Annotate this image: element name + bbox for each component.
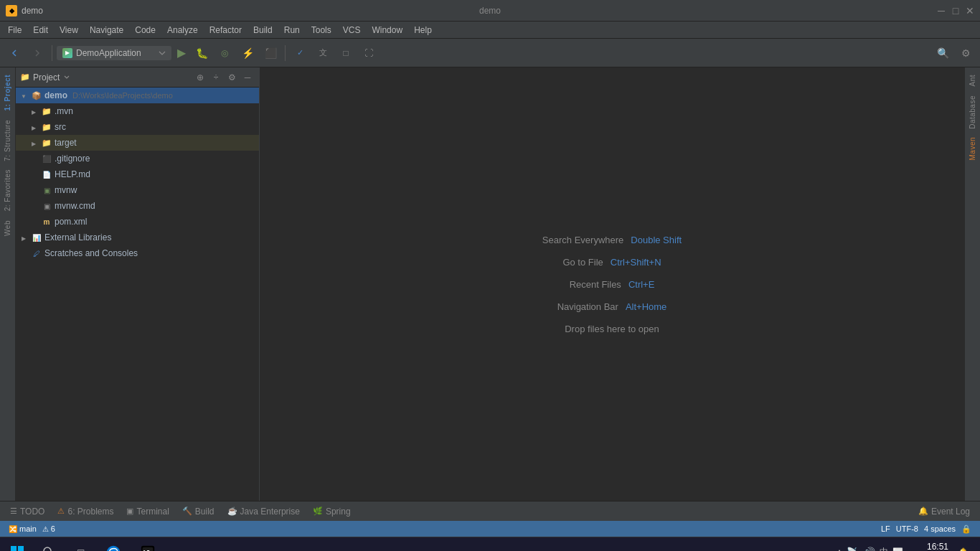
file-mvnwcmd-icon: ▣ <box>41 200 52 212</box>
minimize-button[interactable]: ─ <box>937 6 946 15</box>
hint-search-everywhere: Search Everywhere Double Shift <box>542 235 682 245</box>
bottom-tab-event-log[interactable]: 🔔 Event Log <box>913 504 976 519</box>
menu-code[interactable]: Code <box>130 24 161 37</box>
debug-button[interactable]: 🐛 <box>192 43 212 63</box>
taskbar-time-display: 16:51 <box>909 542 948 551</box>
tree-item-gitignore[interactable]: ⬛ .gitignore <box>16 151 259 166</box>
menu-tools[interactable]: Tools <box>306 24 336 37</box>
menu-edit[interactable]: Edit <box>28 24 53 37</box>
bottom-tab-problems[interactable]: ⚠ 6: Problems <box>52 504 119 519</box>
right-sidebar-tabs: Ant Database Maven <box>964 67 980 501</box>
bottom-tab-todo[interactable]: ☰ TODO <box>4 504 50 519</box>
notification-button[interactable]: 🔔 <box>954 539 971 552</box>
bottom-tab-terminal[interactable]: ▣ Terminal <box>121 504 174 519</box>
tray-network-icon[interactable]: 📡 <box>847 547 859 552</box>
bottom-tab-build[interactable]: 🔨 Build <box>176 504 220 519</box>
sidebar-tab-ant[interactable]: Ant <box>967 70 978 91</box>
menu-file[interactable]: File <box>3 24 27 37</box>
hint-shortcut-goto: Ctrl+Shift+N <box>611 257 661 268</box>
status-readonly[interactable]: 🔒 <box>958 524 974 534</box>
bottom-tab-spring[interactable]: 🌿 Spring <box>307 504 357 519</box>
gear-button[interactable]: ⚙ <box>225 70 239 85</box>
menu-analyze[interactable]: Analyze <box>162 24 203 37</box>
hint-shortcut-search: Double Shift <box>631 235 682 245</box>
search-everywhere-btn[interactable]: 🔍 <box>933 43 953 63</box>
sidebar-tab-database[interactable]: Database <box>967 91 978 133</box>
menu-navigate[interactable]: Navigate <box>85 24 128 37</box>
main-layout: 1: Project 7: Structure 2: Favorites Web… <box>0 67 980 501</box>
tree-item-target[interactable]: 📁 target <box>16 135 259 151</box>
tree-item-mvnw[interactable]: ▣ mvnw <box>16 182 259 198</box>
sidebar-tab-structure[interactable]: 7: Structure <box>2 116 13 166</box>
svg-text:IJ: IJ <box>143 548 150 551</box>
tray-expand-icon[interactable]: ∧ <box>837 547 842 551</box>
tree-label-src: src <box>55 122 66 132</box>
tree-item-mvnwcmd[interactable]: ▣ mvnw.cmd <box>16 198 259 214</box>
menu-vcs[interactable]: VCS <box>338 24 366 37</box>
taskbar-edge[interactable] <box>98 539 129 552</box>
run-config-dropdown[interactable]: ▶ DemoApplication <box>57 46 171 60</box>
taskbar-intellij[interactable]: IJ <box>132 539 164 552</box>
tab-label-todo: TODO <box>20 507 44 517</box>
file-pomxml-icon: m <box>41 216 52 227</box>
taskbar-clock[interactable]: 16:51 2021/11/27 <box>909 542 948 551</box>
coverage-button[interactable]: ◎ <box>215 43 235 63</box>
fullscreen-button[interactable]: ⛶ <box>359 43 379 63</box>
translate-button[interactable]: 文 <box>313 43 333 63</box>
tray-battery-icon[interactable]: ⬜ <box>892 547 903 552</box>
tree-item-src[interactable]: 📁 src <box>16 119 259 135</box>
panel-title: 📁 Project <box>20 72 190 83</box>
menu-view[interactable]: View <box>55 24 83 37</box>
hide-button[interactable]: ─ <box>240 70 255 85</box>
menu-window[interactable]: Window <box>367 24 407 37</box>
taskbar-search-button[interactable] <box>34 539 63 552</box>
tree-item-mvn[interactable]: 📁 .mvn <box>16 103 259 119</box>
tree-item-external-libraries[interactable]: 📊 External Libraries <box>16 230 259 245</box>
back-button[interactable] <box>4 43 24 63</box>
start-button[interactable] <box>3 539 32 552</box>
stop-button[interactable]: ⬛ <box>260 43 281 63</box>
menu-run[interactable]: Run <box>279 24 305 37</box>
sidebar-tab-favorites[interactable]: 2: Favorites <box>2 165 13 215</box>
tree-arrow-demo <box>19 92 29 100</box>
run-button[interactable]: ▶ <box>174 43 189 62</box>
tree-arrow-src <box>29 123 39 131</box>
menu-build[interactable]: Build <box>248 24 278 37</box>
menu-help[interactable]: Help <box>409 24 437 37</box>
folder-icon: 📁 <box>20 72 30 82</box>
left-sidebar-tabs: 1: Project 7: Structure 2: Favorites Web <box>0 67 16 501</box>
scope-button[interactable]: ⊕ <box>193 70 207 85</box>
toolbar-separator-1 <box>52 45 52 61</box>
panel-dropdown-icon[interactable] <box>64 75 70 79</box>
sidebar-tab-maven[interactable]: Maven <box>967 133 978 165</box>
status-indent[interactable]: 4 spaces <box>921 524 958 533</box>
close-button[interactable]: ✕ <box>966 6 974 15</box>
tree-label-ext-libs: External Libraries <box>44 232 111 242</box>
tree-arrow-mvn <box>29 108 39 116</box>
project-name: demo <box>22 6 43 16</box>
sidebar-tab-project[interactable]: 1: Project <box>2 70 13 116</box>
tree-item-helpmd[interactable]: 📄 HELP.md <box>16 166 259 182</box>
status-warnings[interactable]: ⚠ 6 <box>39 524 58 533</box>
tree-item-pomxml[interactable]: m pom.xml <box>16 214 259 230</box>
screenshot-button[interactable]: □ <box>336 43 356 63</box>
status-lf[interactable]: LF <box>878 524 893 533</box>
settings-button[interactable]: ⚙ <box>956 43 976 63</box>
menu-refactor[interactable]: Refactor <box>204 24 247 37</box>
tree-item-scratches[interactable]: 🖊 Scratches and Consoles <box>16 245 259 261</box>
taskview-button[interactable]: ▣ <box>66 539 95 552</box>
run-config-name: DemoApplication <box>76 48 141 58</box>
tray-ime-icon[interactable]: 中 <box>880 546 888 551</box>
forward-button[interactable] <box>27 43 47 63</box>
tree-item-demo-root[interactable]: 📦 demo D:\Works\IdeaProjects\demo <box>16 88 259 103</box>
profile-button[interactable]: ⚡ <box>237 43 258 63</box>
svg-rect-1 <box>18 546 24 552</box>
maximize-button[interactable]: □ <box>951 6 960 15</box>
tray-volume-icon[interactable]: 🔊 <box>863 547 875 552</box>
status-encoding[interactable]: UTF-8 <box>893 524 921 533</box>
collapse-button[interactable]: ÷ <box>209 70 223 85</box>
bottom-tab-java-enterprise[interactable]: ☕ Java Enterprise <box>222 504 306 519</box>
commit-button[interactable]: ✓ <box>290 43 310 63</box>
sidebar-tab-web[interactable]: Web <box>2 216 13 240</box>
status-git[interactable]: 🔀 main <box>6 524 39 533</box>
